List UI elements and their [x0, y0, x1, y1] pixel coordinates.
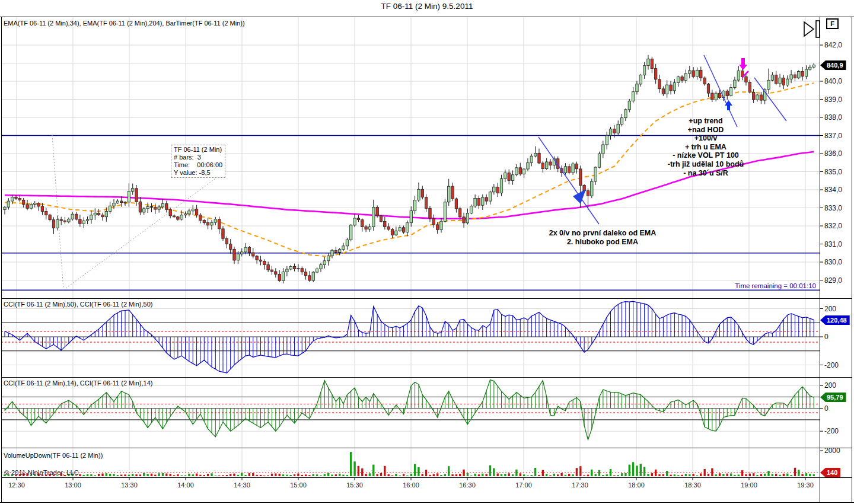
time-axis-label: 19:30: [797, 481, 814, 489]
focus-button[interactable]: F: [826, 18, 839, 29]
time-axis-label: 15:00: [290, 481, 307, 489]
annotation-line: +up trend: [646, 117, 765, 126]
price-axis-label: 839,0: [824, 95, 842, 104]
time-axis-label: 17:30: [572, 481, 588, 489]
skip-to-last-bar-icon[interactable]: [802, 20, 821, 39]
time-axis-label: 16:00: [403, 481, 419, 489]
price-axis-label: 830,0: [824, 258, 842, 266]
price-axis-label: 834,0: [824, 186, 842, 194]
annotation-line: 2. hluboko pod EMA: [525, 238, 680, 247]
annotation-line: 2x 0/v no první daleko od EMA: [525, 229, 680, 238]
cci50-panel-label: CCI(TF 06-11 (2 Min),50), CCI(TF 06-11 (…: [4, 301, 152, 308]
bar-timer-label: Time remaining = 00:01:10: [687, 282, 816, 289]
cci50-axis-label: 0: [824, 333, 828, 341]
price-axis-label: 833,0: [824, 204, 842, 212]
time-axis-label: 19:00: [741, 481, 757, 489]
cci50-value-badge: 120,48: [820, 315, 850, 325]
price-axis-label: 842,0: [824, 41, 842, 49]
volume-axis-label: 2000: [824, 446, 840, 455]
ninjatrader-chart-window: TF 06-11 (2 Min) 9.5.2011 EMA(TF 06-11 (…: [0, 0, 854, 504]
trade-checklist-annotation[interactable]: +up trend+nad HOD+100/v+ trh u EMA- nízk…: [646, 117, 765, 177]
price-axis-label: 829,0: [824, 276, 842, 285]
last-price-badge: 840,9: [820, 60, 846, 70]
time-axis-label: 16:30: [459, 481, 476, 489]
cci14-value-badge: 95,79: [820, 393, 846, 402]
time-axis-label: 14:30: [234, 481, 250, 489]
cci14-axis-label: 200: [824, 381, 836, 390]
price-axis-label: 832,0: [824, 222, 842, 230]
price-axis-label: 831,0: [824, 240, 842, 248]
annotation-line: - na 30´u S/R: [646, 169, 765, 178]
ruler-tooltip[interactable]: TF 06-11 (2 Min)# bars: 3Time: 00:06:00Y…: [171, 145, 225, 178]
annotation-line: TF 06-11 (2 Min): [174, 146, 222, 154]
annotation-line: +100/v: [646, 134, 765, 143]
chart-title: TF 06-11 (2 Min) 9.5.2011: [0, 2, 854, 11]
time-axis-label: 14:00: [177, 481, 194, 489]
time-axis-label: 18:30: [684, 481, 701, 489]
price-axis-label: 835,0: [824, 168, 842, 176]
time-axis-label: 17:00: [515, 481, 532, 489]
price-axis-label: 837,0: [824, 132, 842, 140]
volume-panel-label: VolumeUpDown(TF 06-11 (2 Min)): [4, 452, 103, 459]
time-axis-label: 13:30: [121, 481, 138, 489]
price-axis-label: 838,0: [824, 113, 842, 122]
time-axis-label: 12:30: [8, 481, 25, 489]
annotation-line: -trh již udělal 10 bodů: [646, 160, 765, 169]
annotation-line: # bars: 3: [174, 154, 222, 161]
ruler-line[interactable]: [63, 177, 217, 290]
annotation-line: Y value: -8,5: [174, 169, 222, 177]
cci14-panel-label: CCI(TF 06-11 (2 Min),14), CCI(TF 06-11 (…: [4, 379, 152, 387]
price-axis-label: 840,0: [824, 77, 842, 85]
annotation-line: - nízke VOL PT 100: [646, 151, 765, 160]
annotation-line: Time: 00:06:00: [174, 161, 222, 169]
setup-note-annotation[interactable]: 2x 0/v no první daleko od EMA2. hluboko …: [525, 229, 680, 247]
ruler-line[interactable]: [52, 135, 63, 290]
annotation-line: + trh u EMA: [646, 143, 765, 152]
time-axis-label: 15:30: [346, 481, 363, 489]
cci50-axis-label: -200: [824, 361, 839, 369]
price-panel-label: EMA(TF 06-11 (2 Min),34), EMA(TF 06-11 (…: [4, 20, 245, 27]
time-axis-label: 13:00: [65, 481, 81, 489]
price-axis-label: 836,0: [824, 149, 842, 158]
copyright-label: © 2011 NinjaTrader, LLC: [4, 469, 79, 476]
cci50-axis-label: 200: [824, 305, 836, 313]
annotation-line: +nad HOD: [646, 126, 765, 135]
time-axis-label: 18:00: [628, 481, 645, 489]
cci14-axis-label: -200: [824, 427, 839, 435]
chart-canvas[interactable]: [0, 0, 854, 504]
cci14-axis-label: 0: [824, 404, 828, 413]
